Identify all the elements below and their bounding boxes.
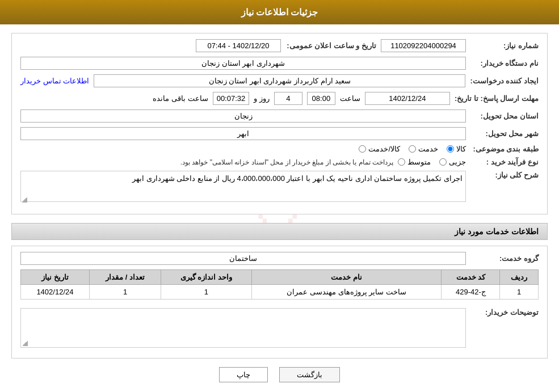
row-buyer-org: نام دستگاه خریدار: شهرداری ابهر استان زن… xyxy=(20,57,539,70)
city-value: ابهر xyxy=(20,127,466,140)
creator-value: سعید ارام کاربرداز شهرداری ابهر استان زن… xyxy=(94,74,465,87)
cell-date: 1402/12/24 xyxy=(21,285,90,300)
buttons-row: بازگشت چاپ xyxy=(11,367,548,382)
need-description-label: شرح کلی نیاز: xyxy=(470,171,539,179)
radio-kala-khedmat[interactable]: کالا/خدمت xyxy=(359,145,400,153)
response-time-label: ساعت xyxy=(340,94,360,103)
buyer-org-label: نام دستگاه خریدار: xyxy=(470,59,539,68)
comments-container xyxy=(20,308,466,348)
response-date-value: 1402/12/24 xyxy=(365,92,450,105)
radio-kala[interactable]: کالا xyxy=(447,145,466,153)
province-value: زنجان xyxy=(20,109,466,123)
cell-unit: 1 xyxy=(161,285,251,300)
radio-motavasset-input[interactable] xyxy=(398,158,405,166)
cell-name: ساخت سایر پروژه‌های مهندسی عمران xyxy=(251,285,442,300)
row-need-description: شرح کلی نیاز: xyxy=(20,171,539,204)
page-title: جزئیات اطلاعات نیاز xyxy=(241,7,318,17)
radio-kala-khedmat-input[interactable] xyxy=(359,145,366,153)
row-city: شهر محل تحویل: ابهر xyxy=(20,127,539,140)
response-remaining-value: 00:07:32 xyxy=(213,92,250,105)
col-unit: واحد اندازه گیری xyxy=(161,270,251,285)
resize-handle xyxy=(22,197,27,203)
need-description-container xyxy=(20,171,466,204)
radio-motavasset[interactable]: متوسط xyxy=(398,158,431,166)
services-form-section: گروه خدمت: ساختمان ردیف کد خدمت نام خدمت… xyxy=(11,246,548,359)
col-name: نام خدمت xyxy=(251,270,442,285)
back-button[interactable]: بازگشت xyxy=(279,367,340,382)
response-days-value: 4 xyxy=(274,92,302,105)
buyer-org-value: شهرداری ابهر استان زنجان xyxy=(20,57,466,70)
comments-resize-handle xyxy=(22,340,28,346)
col-row-num: ردیف xyxy=(500,270,539,285)
row-need-number: شماره نیاز: 1102092204000294 تاریخ و ساع… xyxy=(20,39,539,52)
motavasset-label: متوسط xyxy=(407,158,431,166)
services-section-title: اطلاعات خدمات مورد نیاز xyxy=(11,223,548,240)
services-table: ردیف کد خدمت نام خدمت واحد اندازه گیری ت… xyxy=(20,269,539,300)
response-time-value: 08:00 xyxy=(307,92,335,105)
row-creator: ایجاد کننده درخواست: سعید ارام کاربرداز … xyxy=(20,74,539,87)
row-comments: توضیحات خریدار: xyxy=(20,308,539,348)
radio-jozi-input[interactable] xyxy=(439,158,447,166)
creator-contact-link[interactable]: اطلاعات تماس خریدار xyxy=(20,77,89,85)
radio-khedmat-input[interactable] xyxy=(409,145,416,153)
announcement-date-value: 1402/12/20 - 07:44 xyxy=(196,39,281,52)
purchase-type-label: نوع فرآیند خرید : xyxy=(470,158,539,166)
comments-label: توضیحات خریدار: xyxy=(470,308,539,317)
col-date: تاریخ نیاز xyxy=(21,270,90,285)
need-number-value: 1102092204000294 xyxy=(381,39,466,52)
kala-khedmat-label: کالا/خدمت xyxy=(368,145,400,153)
purchase-type-radio-group: متوسط جزیی xyxy=(398,158,466,166)
purchase-notice: پرداخت تمام یا بخشی از مبلغ خریدار از مح… xyxy=(180,158,393,166)
main-form-section: شماره نیاز: 1102092204000294 تاریخ و ساع… xyxy=(11,33,548,214)
city-label: شهر محل تحویل: xyxy=(470,129,539,138)
col-quantity: تعداد / مقدار xyxy=(89,270,161,285)
response-days-label: روز و xyxy=(254,94,270,103)
service-group-label: گروه خدمت: xyxy=(470,254,539,263)
jozi-label: جزیی xyxy=(449,158,466,166)
table-header-row: ردیف کد خدمت نام خدمت واحد اندازه گیری ت… xyxy=(21,270,539,285)
row-service-group: گروه خدمت: ساختمان xyxy=(20,252,539,265)
content-over: شماره نیاز: 1102092204000294 تاریخ و ساع… xyxy=(11,33,548,382)
radio-jozi[interactable]: جزیی xyxy=(439,158,466,166)
kala-label: کالا xyxy=(456,145,466,153)
need-number-label: شماره نیاز: xyxy=(470,41,539,50)
content-area: 🛡 شماره نیاز: 1102092204000294 تاریخ و س… xyxy=(0,24,559,391)
service-group-value: ساختمان xyxy=(20,252,466,265)
response-deadline-label: مهلت ارسال پاسخ: تا تاریخ: xyxy=(455,94,539,103)
radio-khedmat[interactable]: خدمت xyxy=(409,145,438,153)
page-container: جزئیات اطلاعات نیاز 🛡 شماره نیاز: 110209… xyxy=(0,0,559,392)
table-row: 1 ج-42-429 ساخت سایر پروژه‌های مهندسی عم… xyxy=(21,285,539,300)
comments-box xyxy=(20,308,466,348)
col-code: کد خدمت xyxy=(442,270,500,285)
need-description-textarea[interactable] xyxy=(20,171,466,202)
cell-row-num: 1 xyxy=(500,285,539,300)
creator-label: ایجاد کننده درخواست: xyxy=(470,77,539,85)
cell-code: ج-42-429 xyxy=(442,285,500,300)
row-purchase-type: نوع فرآیند خرید : متوسط جزیی پرداخت تمام… xyxy=(20,158,539,166)
page-header: جزئیات اطلاعات نیاز xyxy=(0,0,559,24)
khedmat-label: خدمت xyxy=(418,145,438,153)
cell-quantity: 1 xyxy=(89,285,161,300)
radio-kala-input[interactable] xyxy=(447,145,454,153)
province-label: استان محل تحویل: xyxy=(470,112,539,120)
response-remaining-label: ساعت باقی مانده xyxy=(153,94,208,103)
category-label: طبقه بندی موضوعی: xyxy=(470,145,539,153)
row-province: استان محل تحویل: زنجان xyxy=(20,109,539,123)
announcement-date-label: تاریخ و ساعت اعلان عمومی: xyxy=(285,41,376,50)
row-response-deadline: مهلت ارسال پاسخ: تا تاریخ: 1402/12/24 سا… xyxy=(20,92,539,105)
print-button[interactable]: چاپ xyxy=(219,367,268,382)
category-radio-group: کالا/خدمت خدمت کالا xyxy=(359,145,466,153)
row-category: طبقه بندی موضوعی: کالا/خدمت خدمت کالا xyxy=(20,145,539,153)
